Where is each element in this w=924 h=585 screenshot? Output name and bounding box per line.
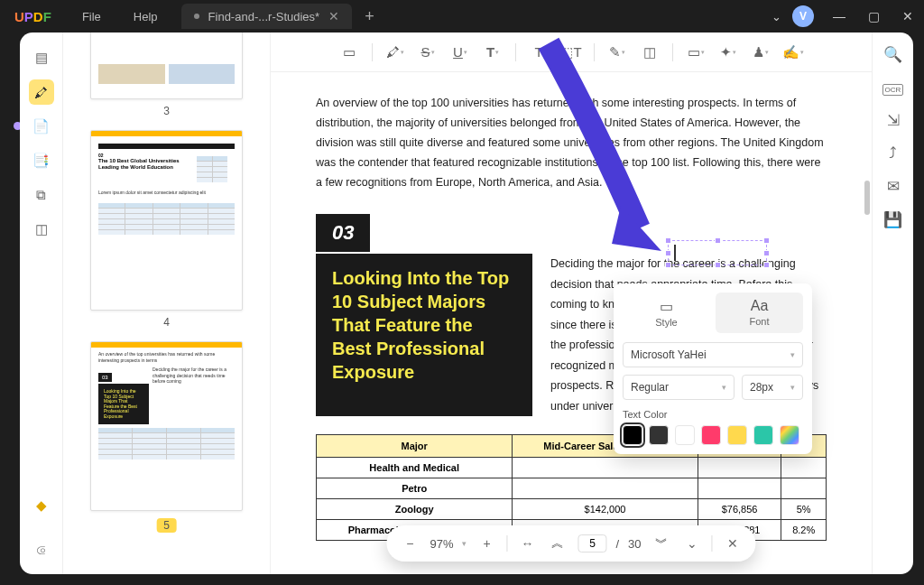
paragraph-text: An overview of the top 100 universities … — [316, 94, 827, 192]
color-picker[interactable] — [780, 425, 799, 445]
page-thumb-4[interactable]: 02The 10 Best Global Universities Leadin… — [90, 130, 243, 311]
chevron-down-icon[interactable]: ⌄ — [762, 10, 790, 23]
edit-toolbar: ▭ 🖍▾ S▾ U▾ T▾ T ⬚T ✎▾ ◫ ▭▾ ✦▾ ♟▾ ✍▾ — [271, 32, 872, 72]
underline-icon[interactable]: U▾ — [445, 39, 476, 66]
font-tab[interactable]: AaFont — [716, 292, 803, 333]
color-black[interactable] — [623, 425, 642, 445]
thumb-label-3: 3 — [90, 105, 243, 117]
highlighter-icon[interactable]: 🖍▾ — [380, 39, 411, 66]
section-headline: Looking Into the Top 10 Subject Majors T… — [316, 254, 532, 416]
color-yellow[interactable] — [727, 425, 747, 445]
first-page-button[interactable]: ︽ — [547, 533, 568, 554]
bookmark-icon[interactable]: ⟃ — [29, 536, 54, 562]
export-icon[interactable]: ⇲ — [887, 111, 900, 130]
close-bar-button[interactable]: ✕ — [722, 533, 744, 554]
ocr-icon[interactable]: OCR — [882, 79, 904, 97]
notes-icon[interactable]: 📄 — [29, 114, 54, 139]
color-pink[interactable] — [701, 425, 721, 445]
style-tab[interactable]: ▭Style — [623, 292, 710, 333]
text-color-label: Text Color — [623, 409, 803, 420]
next-page-button[interactable]: ⌄ — [681, 533, 703, 554]
strikethrough-icon[interactable]: S▾ — [412, 39, 443, 66]
color-teal[interactable] — [753, 425, 773, 445]
tab-title: Find-and-...r-Studies* — [208, 10, 320, 23]
zoom-out-button[interactable]: − — [399, 533, 420, 554]
page-total: 30 — [628, 537, 641, 551]
text-tool-icon[interactable]: T — [523, 39, 554, 66]
page-nav-bar: − 97% ▾ + ↔ ︽ / 30 ︾ ⌄ ✕ — [386, 525, 755, 562]
thumb-label-4: 4 — [90, 316, 243, 329]
text-selection-box[interactable] — [668, 240, 767, 265]
page-thumb-5[interactable]: An overview of the top universities has … — [90, 341, 243, 511]
zoom-level: 97% — [430, 537, 453, 551]
maximize-button[interactable]: ▢ — [857, 0, 890, 32]
close-window-button[interactable]: ✕ — [892, 0, 924, 32]
close-tab-icon[interactable]: ✕ — [328, 9, 339, 23]
layers-icon[interactable]: 📑 — [29, 148, 54, 173]
color-white[interactable] — [675, 425, 695, 445]
eraser-icon[interactable]: ◫ — [634, 39, 665, 66]
app-logo: UPDF — [0, 9, 66, 24]
sticker-icon[interactable]: ✦▾ — [713, 39, 744, 66]
crop-icon[interactable]: ◫ — [29, 217, 54, 242]
document-tab[interactable]: Find-and-...r-Studies* ✕ — [181, 4, 353, 29]
scrollbar[interactable] — [864, 181, 870, 215]
user-avatar[interactable]: V — [792, 5, 814, 27]
text-format-icon[interactable]: T▾ — [477, 39, 508, 66]
color-darkgrey[interactable] — [649, 425, 669, 445]
pencil-icon[interactable]: ✎▾ — [602, 39, 633, 66]
shape-rect-icon[interactable]: ▭▾ — [680, 39, 711, 66]
new-tab-button[interactable]: + — [352, 7, 387, 26]
textbox-icon[interactable]: ⬚T — [556, 39, 587, 66]
last-page-button[interactable]: ︾ — [651, 533, 672, 554]
thumbnail-panel: Lorem ipsum dolor sit amet consectetur a… — [63, 32, 271, 574]
zoom-in-button[interactable]: + — [476, 533, 497, 554]
share-icon[interactable]: ⤴ — [889, 144, 897, 162]
mail-icon[interactable]: ✉ — [887, 177, 900, 196]
comment-icon[interactable]: ▭ — [334, 39, 365, 66]
menu-help[interactable]: Help — [117, 10, 174, 23]
search-icon[interactable]: 🔍 — [883, 45, 902, 64]
save-icon[interactable]: 💾 — [883, 210, 902, 229]
stack-icon[interactable]: ◆ — [29, 493, 54, 518]
thumb-label-5: 5 — [156, 518, 177, 533]
menu-file[interactable]: File — [66, 10, 117, 23]
page-number-input[interactable] — [578, 534, 606, 552]
text-style-popup: ▭Style AaFont Microsoft YaHei▾ Regular▾ … — [614, 283, 812, 454]
minimize-button[interactable]: — — [823, 0, 855, 32]
font-family-select[interactable]: Microsoft YaHei▾ — [623, 342, 803, 367]
section-number: 03 — [316, 214, 370, 252]
color-swatches — [623, 425, 803, 445]
signature-icon[interactable]: ✍▾ — [778, 39, 808, 66]
highlight-tool-icon[interactable]: 🖍 — [29, 79, 54, 105]
thumbnails-icon[interactable]: ▤ — [29, 45, 54, 70]
fit-width-icon[interactable]: ↔ — [516, 533, 538, 554]
copy-icon[interactable]: ⧉ — [29, 182, 54, 208]
page-thumb-3[interactable]: Lorem ipsum dolor sit amet consectetur a… — [90, 32, 243, 99]
font-size-select[interactable]: 28px▾ — [742, 375, 803, 400]
tab-indicator-icon — [194, 14, 199, 19]
stamp-icon[interactable]: ♟▾ — [745, 39, 776, 66]
font-weight-select[interactable]: Regular▾ — [623, 375, 735, 400]
